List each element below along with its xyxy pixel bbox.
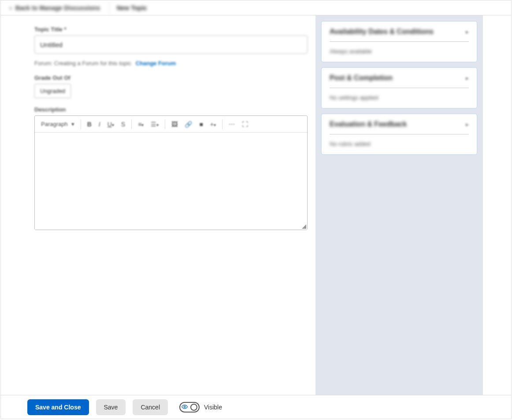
toolbar-separator xyxy=(222,119,223,129)
strike-icon[interactable]: S xyxy=(119,119,128,130)
expand-icon[interactable]: ▸ xyxy=(466,28,469,35)
field-grade-out-of: Grade Out Of Ungraded xyxy=(34,74,308,98)
top-bar: ‹ Back to Manage Discussions New Topic xyxy=(1,0,511,15)
panel-title: Availability Dates & Conditions xyxy=(330,28,434,36)
expand-icon[interactable]: ▸ xyxy=(466,74,469,82)
paragraph-dropdown-label: Paragraph xyxy=(41,121,68,127)
svg-point-0 xyxy=(184,406,186,408)
panel-evaluation-feedback[interactable]: Evaluation & Feedback ▸ No rubric added xyxy=(321,113,478,155)
toolbar-separator xyxy=(131,119,132,129)
expand-icon[interactable]: ▸ xyxy=(466,121,469,128)
divider xyxy=(330,41,469,42)
media-icon[interactable]: ■ xyxy=(197,119,205,130)
topic-title-input[interactable] xyxy=(34,35,308,54)
chevron-down-icon: ▾ xyxy=(71,121,74,127)
rich-text-editor: Paragraph ▾ B I U▾ S ≡▾ ☰▾ 🖼 🔗 xyxy=(34,115,308,230)
change-forum-link[interactable]: Change Forum xyxy=(136,60,176,67)
list-icon[interactable]: ☰▾ xyxy=(148,119,161,130)
italic-icon[interactable]: I xyxy=(96,119,103,130)
visibility-toggle-wrap: Visible xyxy=(179,402,222,413)
grade-label: Grade Out Of xyxy=(34,74,308,81)
toggle-knob xyxy=(190,404,197,411)
forum-text: Forum: Creating a Forum for this topic xyxy=(34,60,131,67)
content-area: Topic Title * Forum: Creating a Forum fo… xyxy=(1,15,511,395)
page-title: New Topic xyxy=(110,4,154,11)
bold-icon[interactable]: B xyxy=(85,119,94,130)
panel-status: No rubric added xyxy=(330,141,469,147)
toolbar-separator xyxy=(165,119,165,129)
paragraph-dropdown[interactable]: Paragraph ▾ xyxy=(38,119,77,129)
link-icon[interactable]: 🔗 xyxy=(182,119,195,130)
save-and-close-button[interactable]: Save and Close xyxy=(27,399,89,415)
description-label: Description xyxy=(34,106,308,113)
divider xyxy=(330,88,469,88)
panel-availability[interactable]: Availability Dates & Conditions ▸ Always… xyxy=(321,21,478,63)
underline-icon[interactable]: U▾ xyxy=(105,119,117,130)
panel-status: No settings applied xyxy=(330,94,469,101)
main-column: Topic Title * Forum: Creating a Forum fo… xyxy=(1,15,315,395)
back-link[interactable]: ‹ Back to Manage Discussions xyxy=(1,0,110,15)
divider xyxy=(330,134,469,134)
more-icon[interactable]: ⋯ xyxy=(226,119,237,130)
image-icon[interactable]: 🖼 xyxy=(169,119,180,130)
panel-status: Always available xyxy=(330,48,469,55)
panel-title: Post & Completion xyxy=(330,74,393,82)
editor-toolbar: Paragraph ▾ B I U▾ S ≡▾ ☰▾ 🖼 🔗 xyxy=(35,116,307,133)
visibility-label: Visible xyxy=(204,404,222,411)
align-icon[interactable]: ≡▾ xyxy=(135,119,146,130)
chevron-left-icon: ‹ xyxy=(10,4,12,11)
side-column: Availability Dates & Conditions ▸ Always… xyxy=(315,15,483,395)
more-insert-icon[interactable]: +▾ xyxy=(208,119,219,130)
grade-select[interactable]: Ungraded xyxy=(34,84,71,98)
editor-textarea[interactable] xyxy=(35,133,307,230)
topic-title-label: Topic Title * xyxy=(34,26,308,33)
fullscreen-icon[interactable]: ⛶ xyxy=(239,119,251,130)
eye-icon xyxy=(182,404,188,411)
toolbar-separator xyxy=(81,119,81,129)
save-button[interactable]: Save xyxy=(96,399,126,415)
cancel-button[interactable]: Cancel xyxy=(133,399,168,415)
forum-info-line: Forum: Creating a Forum for this topic C… xyxy=(34,60,308,67)
panel-title: Evaluation & Feedback xyxy=(330,120,407,128)
footer-bar: Save and Close Save Cancel Visible xyxy=(1,395,511,419)
grade-select-value: Ungraded xyxy=(40,88,65,94)
back-link-label: Back to Manage Discussions xyxy=(15,4,100,11)
field-description: Description Paragraph ▾ B I U▾ S ≡▾ xyxy=(34,106,308,230)
field-topic-title: Topic Title * xyxy=(34,26,308,54)
resize-handle-icon[interactable] xyxy=(302,224,306,229)
panel-post-completion[interactable]: Post & Completion ▸ No settings applied xyxy=(321,67,478,109)
editor-window: ‹ Back to Manage Discussions New Topic T… xyxy=(0,0,512,419)
visibility-toggle[interactable] xyxy=(179,402,200,413)
